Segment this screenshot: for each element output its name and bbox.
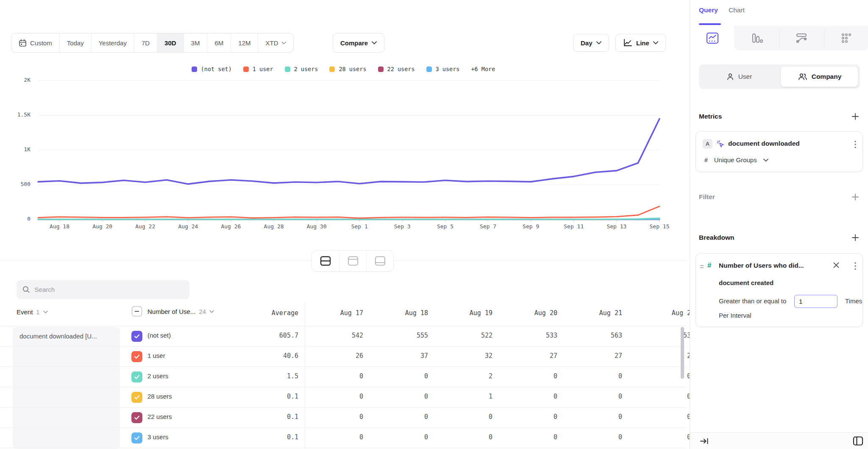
range-button-30d[interactable]: 30D bbox=[157, 33, 184, 52]
event-count: 1 bbox=[36, 308, 39, 316]
range-button-custom[interactable]: Custom bbox=[11, 33, 59, 52]
measure-label: Unique Groups bbox=[714, 156, 757, 164]
layout-bottom-button[interactable] bbox=[366, 251, 393, 271]
chart-type-dropdown[interactable]: Line bbox=[615, 34, 666, 52]
row-value: 0 bbox=[571, 413, 622, 421]
column-header: Aug 17 bbox=[312, 309, 363, 317]
range-button-7d[interactable]: 7D bbox=[134, 33, 157, 52]
column-header: Aug 21 bbox=[571, 309, 622, 317]
chevron-down-icon bbox=[43, 310, 48, 313]
range-label: Today bbox=[67, 39, 84, 47]
calendar-icon bbox=[19, 39, 27, 47]
add-filter-button[interactable] bbox=[850, 192, 860, 202]
tab-chart[interactable]: Chart bbox=[729, 6, 745, 14]
legend-more-button[interactable]: +6 More bbox=[471, 66, 495, 72]
chart-type-line-button[interactable] bbox=[690, 26, 734, 50]
add-metric-button[interactable] bbox=[850, 111, 860, 122]
interval-dropdown[interactable]: Day bbox=[573, 34, 609, 52]
tab-query[interactable]: Query bbox=[699, 6, 718, 14]
legend-label: 2 users bbox=[294, 66, 318, 72]
range-label: XTD bbox=[265, 39, 278, 47]
legend-swatch bbox=[243, 67, 249, 72]
kebab-icon bbox=[854, 140, 857, 149]
line-chart[interactable] bbox=[0, 76, 687, 231]
range-label: 7D bbox=[142, 39, 150, 47]
legend-item[interactable]: 28 users bbox=[329, 66, 366, 72]
range-button-today[interactable]: Today bbox=[59, 33, 91, 52]
drag-handle-icon[interactable] bbox=[700, 264, 704, 272]
range-button-12m[interactable]: 12M bbox=[231, 33, 258, 52]
measure-dropdown[interactable]: # Unique Groups bbox=[704, 156, 768, 164]
row-checkbox[interactable] bbox=[131, 331, 142, 342]
row-label: (not set) bbox=[147, 332, 171, 339]
breakdown-menu-button[interactable] bbox=[854, 261, 857, 271]
group-header-dropdown[interactable]: Number of Use... 24 bbox=[131, 306, 214, 317]
chart-type-label: Line bbox=[636, 39, 649, 47]
range-button-yesterday[interactable]: Yesterday bbox=[91, 33, 134, 52]
row-checkbox[interactable] bbox=[131, 412, 142, 423]
close-icon bbox=[833, 262, 840, 269]
x-axis-tick: Aug 28 bbox=[256, 223, 292, 230]
collapse-panel-icon[interactable] bbox=[700, 438, 709, 445]
legend-item[interactable]: 3 users bbox=[426, 66, 460, 72]
compare-button[interactable]: Compare bbox=[333, 33, 384, 53]
row-value: 522 bbox=[442, 332, 492, 339]
metric-menu-button[interactable] bbox=[854, 140, 857, 149]
event-header-dropdown[interactable]: Event 1 bbox=[17, 308, 48, 316]
row-value: 0 bbox=[571, 433, 622, 441]
sidebar-footer bbox=[690, 432, 868, 449]
column-header: Aug 2 bbox=[640, 309, 690, 317]
x-axis-tick: Aug 24 bbox=[170, 223, 206, 230]
legend-label: 22 users bbox=[387, 66, 415, 72]
panel-top-icon bbox=[348, 256, 359, 266]
row-value: 0 bbox=[571, 393, 622, 400]
row-checkbox[interactable] bbox=[131, 392, 142, 403]
plus-icon bbox=[851, 113, 859, 120]
chart-type-dots-button[interactable] bbox=[824, 26, 868, 50]
legend-item[interactable]: 22 users bbox=[378, 66, 415, 72]
row-value: 27 bbox=[506, 352, 557, 360]
row-average: 0.1 bbox=[248, 393, 298, 400]
remove-breakdown-button[interactable] bbox=[833, 262, 840, 269]
table-row: 1 user40.626373227272 bbox=[0, 346, 687, 367]
analytics-app: CustomTodayYesterday7D30D3M6M12MXTD Comp… bbox=[0, 0, 868, 449]
plus-icon bbox=[851, 234, 859, 241]
range-button-xtd[interactable]: XTD bbox=[258, 33, 293, 52]
scope-option-company[interactable]: Company bbox=[779, 64, 860, 89]
legend-item[interactable]: (not set) bbox=[192, 66, 232, 72]
legend-item[interactable]: 1 user bbox=[243, 66, 273, 72]
breakdown-condition-label: Greater than or equal to bbox=[719, 297, 786, 305]
x-axis-tick: Aug 22 bbox=[128, 223, 163, 230]
row-checkbox[interactable] bbox=[131, 432, 142, 443]
row-checkbox[interactable] bbox=[131, 351, 142, 362]
legend-item[interactable]: 2 users bbox=[285, 66, 318, 72]
vertical-scrollbar[interactable] bbox=[681, 327, 684, 379]
chart-type-bar-button[interactable] bbox=[734, 26, 779, 50]
panel-toggle-icon[interactable] bbox=[853, 436, 863, 446]
dots-grid-icon bbox=[841, 33, 852, 44]
y-axis-tick: 2K bbox=[0, 77, 31, 83]
add-breakdown-button[interactable] bbox=[850, 233, 860, 243]
range-button-6m[interactable]: 6M bbox=[207, 33, 231, 52]
row-checkbox[interactable] bbox=[131, 371, 142, 382]
layout-top-button[interactable] bbox=[339, 251, 366, 271]
range-label: 3M bbox=[191, 39, 200, 47]
row-value: 0 bbox=[506, 393, 557, 400]
search-input[interactable] bbox=[35, 286, 184, 293]
check-icon bbox=[134, 435, 140, 441]
column-header: Aug 20 bbox=[506, 309, 557, 317]
row-value: 1 bbox=[442, 393, 492, 400]
breakdown-card[interactable]: # Number of Users who did... document cr… bbox=[696, 253, 863, 327]
check-icon bbox=[134, 374, 140, 380]
range-button-3m[interactable]: 3M bbox=[184, 33, 207, 52]
check-icon bbox=[134, 334, 140, 339]
row-value: 0 bbox=[377, 372, 428, 380]
indeterminate-checkbox[interactable] bbox=[131, 306, 142, 317]
breakdown-value-input[interactable] bbox=[794, 295, 837, 308]
scope-option-user[interactable]: User bbox=[699, 64, 779, 89]
layout-split-button[interactable] bbox=[312, 251, 339, 271]
chart-type-flow-button[interactable] bbox=[779, 26, 823, 50]
x-axis-tick: Sep 3 bbox=[384, 223, 420, 230]
breakdown-heading: Breakdown bbox=[699, 234, 734, 241]
metric-card[interactable]: A document downloaded # Unique Groups bbox=[696, 131, 863, 172]
